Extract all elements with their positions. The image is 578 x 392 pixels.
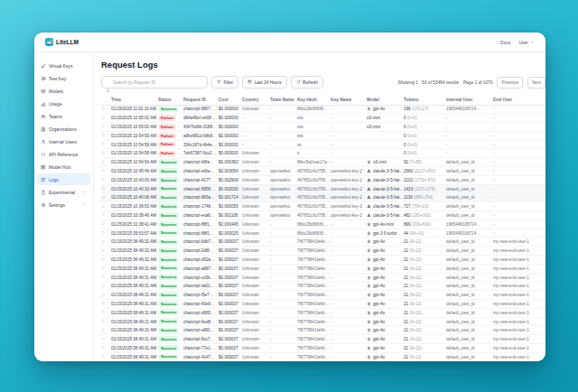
expand-row-chevron-icon[interactable] xyxy=(101,310,106,314)
sidebar-item-organizations[interactable]: Organizations xyxy=(37,123,90,135)
request-id-cell[interactable]: chatcmpl-d865… xyxy=(183,308,219,317)
expand-row-chevron-icon[interactable] xyxy=(101,107,106,111)
request-id-cell[interactable]: 4347bd9b-3188… xyxy=(183,123,219,132)
table-row[interactable]: 01/15/2025 08:49:32 AM Success chatcmpl-… xyxy=(101,256,545,265)
table-row[interactable]: 01/15/2025 10:40:33 AM Success chatcmpl-… xyxy=(101,184,545,193)
request-id-cell[interactable]: chatcmpl-4147… xyxy=(183,352,219,361)
request-id-cell[interactable]: chatcmpl-b8fa… xyxy=(183,158,219,167)
sidebar-item-internal-users[interactable]: Internal Users xyxy=(37,135,90,147)
table-row[interactable]: 01/15/2025 08:49:31 AM Success chatcmpl-… xyxy=(101,308,545,317)
expand-row-chevron-icon[interactable] xyxy=(101,212,106,217)
request-id-cell[interactable]: chatcmpl-ebbe… xyxy=(183,167,219,176)
request-id-cell[interactable]: chatcmpl-exa6… xyxy=(183,211,219,220)
previous-page-button[interactable]: Previous xyxy=(497,77,523,89)
table-row[interactable]: 01/15/2025 10:55:02 AM Failure d84a45ef-… xyxy=(101,114,545,123)
table-row[interactable]: 01/15/2025 08:49:31 AM Success chatcmpl-… xyxy=(101,326,545,335)
sidebar-item-teams[interactable]: Teams xyxy=(37,110,90,122)
docs-link[interactable]: Docs xyxy=(500,40,510,45)
sidebar-item-api-reference[interactable]: API Reference xyxy=(37,148,90,160)
expand-row-chevron-icon[interactable] xyxy=(101,230,106,235)
table-row[interactable]: 01/15/2025 08:49:32 AM Success chatcmpl-… xyxy=(101,247,545,256)
expand-row-chevron-icon[interactable] xyxy=(101,239,106,244)
request-id-cell[interactable]: 334c187d-4b4e… xyxy=(183,140,219,149)
table-row[interactable]: 01/15/2025 08:49:31 AM Success chatcmpl-… xyxy=(101,291,545,300)
expand-row-chevron-icon[interactable] xyxy=(101,160,106,164)
expand-row-chevron-icon[interactable] xyxy=(101,204,106,209)
request-id-cell[interactable]: chatcmpl-8807… xyxy=(183,105,219,114)
request-id-cell[interactable]: chatcmpl-88f1… xyxy=(183,229,219,238)
brand[interactable]: 🚅 LiteLLM xyxy=(45,38,79,46)
sidebar-item-models[interactable]: Models xyxy=(37,85,90,97)
request-id-cell[interactable]: chatcmpl-d52a… xyxy=(183,256,219,265)
request-id-cell[interactable]: a9be681d-b8b8… xyxy=(183,131,219,140)
request-id-cell[interactable]: chatcmpl-2d8f… xyxy=(183,247,219,256)
request-id-cell[interactable]: chatcmpl-88f1… xyxy=(183,219,219,229)
request-id-cell[interactable]: chatcmpl-6db7… xyxy=(183,238,219,247)
expand-row-chevron-icon[interactable] xyxy=(101,266,106,270)
table-row[interactable]: 01/15/2025 09:53:57 AM Success chatcmpl-… xyxy=(101,229,545,238)
sidebar-item-usage[interactable]: Usage xyxy=(37,98,90,109)
request-id-cell[interactable]: chatcmpl-da01… xyxy=(183,282,219,291)
expand-row-chevron-icon[interactable] xyxy=(101,168,106,173)
table-row[interactable]: 01/15/2025 10:40:08 AM Success chatcmpl-… xyxy=(101,193,545,202)
table-row[interactable]: 01/15/2025 08:49:31 AM Success chatcmpl-… xyxy=(101,344,545,353)
table-row[interactable]: 01/15/2025 10:45:49 AM Success chatcmpl-… xyxy=(101,167,545,176)
expand-row-chevron-icon[interactable] xyxy=(101,257,106,261)
table-row[interactable]: 01/15/2025 10:54:54 AM Success chatcmpl-… xyxy=(101,158,545,167)
expand-row-chevron-icon[interactable] xyxy=(101,337,106,341)
table-row[interactable]: 01/15/2025 11:02:10 AM Success chatcmpl-… xyxy=(101,105,545,114)
request-id-cell[interactable]: chatcmpl-e891… xyxy=(183,326,219,335)
request-id-search-field[interactable] xyxy=(113,80,203,85)
sidebar-item-experimental[interactable]: Experimental xyxy=(37,186,90,198)
sidebar-item-settings[interactable]: Settings xyxy=(37,199,90,210)
table-row[interactable]: 01/15/2025 10:54:58 AM Failure 7eb67387-… xyxy=(101,149,545,158)
sidebar-item-logs[interactable]: Logs xyxy=(37,173,90,185)
sidebar-item-model-hub[interactable]: Model Hub xyxy=(37,161,90,173)
request-id-cell[interactable]: chatcmpl-a987… xyxy=(183,264,219,273)
expand-row-chevron-icon[interactable] xyxy=(101,301,106,305)
request-id-cell[interactable]: chatcmpl-43e9… xyxy=(183,300,219,309)
expand-row-chevron-icon[interactable] xyxy=(101,124,106,128)
table-row[interactable]: 01/15/2025 10:54:59 AM Failure a9be681d-… xyxy=(101,131,545,140)
request-id-cell[interactable]: chatcmpl-883a… xyxy=(183,193,219,202)
table-row[interactable]: 01/15/2025 08:49:32 AM Success chatcmpl-… xyxy=(101,238,545,247)
table-row[interactable]: 01/15/2025 08:49:31 AM Success chatcmpl-… xyxy=(101,335,545,344)
refresh-button[interactable]: Refresh xyxy=(291,76,323,89)
request-id-cell[interactable]: chatcmpl-5858… xyxy=(183,184,219,193)
next-page-button[interactable]: Next xyxy=(527,77,545,89)
expand-row-chevron-icon[interactable] xyxy=(101,186,106,191)
expand-row-chevron-icon[interactable] xyxy=(101,177,106,182)
table-row[interactable]: 01/15/2025 08:49:31 AM Success chatcmpl-… xyxy=(101,352,545,361)
expand-row-chevron-icon[interactable] xyxy=(101,354,106,359)
filter-button[interactable]: Filter xyxy=(211,76,238,89)
expand-row-chevron-icon[interactable] xyxy=(101,133,106,137)
expand-row-chevron-icon[interactable] xyxy=(101,221,106,226)
request-id-cell[interactable]: chatcmpl-1748… xyxy=(183,202,219,211)
expand-row-chevron-icon[interactable] xyxy=(101,319,106,323)
expand-row-chevron-icon[interactable] xyxy=(101,195,106,200)
table-row[interactable]: 01/15/2025 08:49:31 AM Success chatcmpl-… xyxy=(101,317,545,326)
expand-row-chevron-icon[interactable] xyxy=(101,248,106,253)
table-row[interactable]: 01/15/2025 10:38:41 AM Success chatcmpl-… xyxy=(101,219,545,229)
expand-row-chevron-icon[interactable] xyxy=(101,293,106,297)
table-row[interactable]: 01/15/2025 08:49:31 AM Success chatcmpl-… xyxy=(101,300,545,309)
request-id-cell[interactable]: chatcmpl-77e1… xyxy=(183,344,219,353)
expand-row-chevron-icon[interactable] xyxy=(101,284,106,288)
expand-row-chevron-icon[interactable] xyxy=(101,116,106,120)
request-id-cell[interactable]: 7eb67387-6cc2… xyxy=(183,149,219,158)
table-row[interactable]: 01/15/2025 10:54:59 AM Failure 334c187d-… xyxy=(101,140,545,149)
request-id-cell[interactable]: d84a45ef-eb08… xyxy=(183,114,219,123)
sidebar-item-virtual-keys[interactable]: Virtual Keys xyxy=(37,60,90,71)
table-row[interactable]: 01/15/2025 10:43:00 AM Success chatcmpl-… xyxy=(101,175,545,184)
expand-row-chevron-icon[interactable] xyxy=(101,142,106,146)
request-id-cell[interactable]: chatcmpl-cd3b… xyxy=(183,273,219,282)
expand-row-chevron-icon[interactable] xyxy=(101,328,106,332)
expand-row-chevron-icon[interactable] xyxy=(101,151,106,155)
request-id-cell[interactable]: chatcmpl-6ed8… xyxy=(183,317,219,326)
request-id-cell[interactable]: chatcmpl-f5e7… xyxy=(183,291,219,300)
table-row[interactable]: 01/15/2025 08:49:31 AM Success chatcmpl-… xyxy=(101,264,545,273)
sidebar-item-test-key[interactable]: Test Key xyxy=(37,72,90,84)
table-row[interactable]: 01/15/2025 08:49:31 AM Success chatcmpl-… xyxy=(101,282,545,291)
request-logs-table-container[interactable]: TimeStatusRequest IDCostCountryTeam Name… xyxy=(101,95,545,361)
table-row[interactable]: 01/15/2025 10:39:46 AM Success chatcmpl-… xyxy=(101,211,545,220)
